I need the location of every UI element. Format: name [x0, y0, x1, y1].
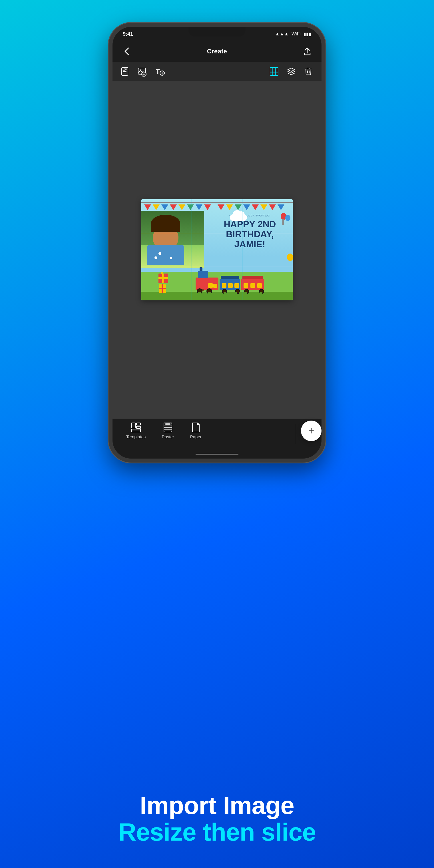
- templates-icon: [131, 422, 141, 433]
- svg-rect-14: [136, 426, 141, 429]
- signal-icon: ▲▲▲: [275, 31, 289, 36]
- back-button[interactable]: [121, 45, 133, 58]
- nav-templates[interactable]: Templates: [118, 422, 154, 439]
- bunting-right: [217, 199, 293, 212]
- card-text-area: CHUGGA-CHUGGA-TWO-TWO! HAPPY 2ND BIRTHDA…: [210, 214, 290, 250]
- svg-text:PDF: PDF: [124, 68, 127, 70]
- child-photo: [141, 211, 204, 268]
- templates-label: Templates: [126, 434, 146, 439]
- pdf-button[interactable]: PDF: [118, 64, 133, 79]
- poster-icon: [163, 422, 173, 433]
- card-main-title: HAPPY 2ND BIRTHDAY, JAMIE!: [210, 219, 290, 250]
- home-bar: [195, 454, 239, 455]
- wifi-icon: WiFi: [291, 31, 301, 36]
- poster-label: Poster: [162, 434, 174, 439]
- header-title: Create: [207, 48, 227, 55]
- card-subtitle: CHUGGA-CHUGGA-TWO-TWO!: [210, 214, 290, 217]
- bottom-text-section: Import Image Resize then slice: [0, 792, 434, 845]
- rail-tracks: [193, 292, 293, 294]
- svg-rect-13: [136, 423, 141, 425]
- toolbar: PDF T: [113, 62, 321, 81]
- birthday-card[interactable]: CHUGGA-CHUGGA-TWO-TWO! HAPPY 2ND BIRTHDA…: [141, 199, 293, 300]
- status-time: 9:41: [123, 31, 133, 37]
- layers-button[interactable]: [284, 64, 299, 79]
- fab-icon: +: [308, 425, 314, 437]
- bunting-left: [141, 199, 217, 212]
- gift1: [158, 274, 168, 293]
- nav-poster[interactable]: Poster: [154, 422, 182, 439]
- home-indicator: [113, 450, 321, 459]
- canvas-area: CHUGGA-CHUGGA-TWO-TWO! HAPPY 2ND BIRTHDA…: [113, 81, 321, 418]
- phone-shell: 9:41 ▲▲▲ WiFi ▮▮▮ Create: [108, 23, 326, 463]
- svg-rect-12: [131, 423, 135, 428]
- svg-rect-7: [270, 67, 278, 75]
- add-text-button[interactable]: T: [152, 64, 167, 79]
- phone-screen: 9:41 ▲▲▲ WiFi ▮▮▮ Create: [113, 27, 321, 459]
- battery-icon: ▮▮▮: [304, 31, 311, 37]
- svg-rect-20: [165, 424, 170, 425]
- delete-button[interactable]: [301, 64, 316, 79]
- paper-icon: [191, 422, 201, 433]
- bottom-text-sub: Resize then slice: [23, 819, 411, 845]
- fab-button[interactable]: +: [301, 421, 321, 441]
- status-icons: ▲▲▲ WiFi ▮▮▮: [275, 31, 311, 37]
- nav-divider: [295, 424, 295, 444]
- nav-items: Templates Poster: [113, 422, 295, 439]
- page-wrapper: 9:41 ▲▲▲ WiFi ▮▮▮ Create: [0, 0, 434, 868]
- phone-notch: [188, 27, 246, 36]
- grid-button[interactable]: [267, 64, 282, 79]
- train: [195, 269, 293, 294]
- add-image-button[interactable]: [135, 64, 150, 79]
- paper-label: Paper: [190, 434, 202, 439]
- bottom-text-main: Import Image: [23, 792, 411, 818]
- share-button[interactable]: [301, 45, 313, 58]
- nav-paper[interactable]: Paper: [182, 422, 210, 439]
- cloud: [230, 214, 247, 221]
- svg-text:T: T: [156, 68, 160, 75]
- svg-rect-15: [131, 429, 141, 432]
- bottom-nav: Templates Poster: [113, 418, 321, 450]
- card-background: CHUGGA-CHUGGA-TWO-TWO! HAPPY 2ND BIRTHDA…: [141, 199, 293, 300]
- header: Create: [113, 41, 321, 62]
